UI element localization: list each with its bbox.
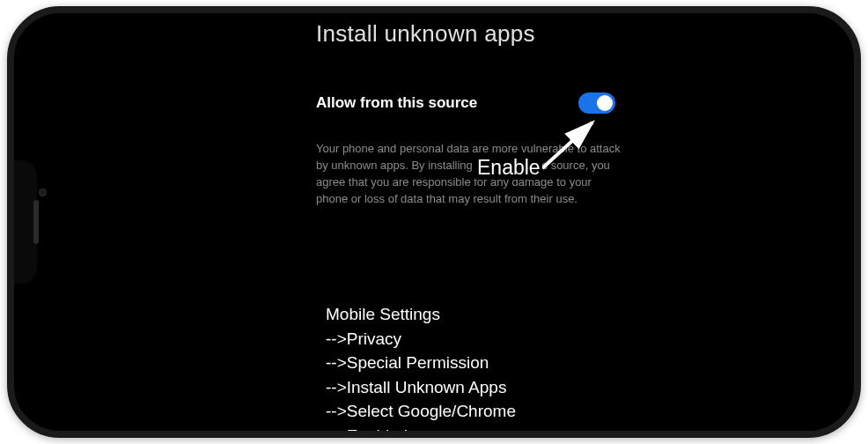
instruction-step: -->Select Google/Chrome — [326, 399, 516, 424]
page-title: Install unknown apps — [49, 13, 819, 48]
phone-frame: Install unknown apps Allow from this sou… — [7, 6, 861, 438]
phone-camera — [39, 189, 47, 196]
phone-screen: Install unknown apps Allow from this sou… — [49, 13, 819, 431]
enable-annotation-label: Enable — [475, 156, 542, 180]
instructions-block: Mobile Settings -->Privacy -->Special Pe… — [326, 302, 516, 438]
setting-description: Your phone and personal data are more vu… — [316, 141, 624, 207]
instruction-step: -->Special Permission — [326, 351, 516, 375]
allow-source-setting[interactable]: Allow from this source — [316, 92, 615, 114]
instruction-step: -->Privacy — [326, 327, 516, 352]
allow-source-toggle[interactable] — [578, 92, 615, 114]
instruction-step: -->Enable It — [326, 424, 516, 438]
phone-earpiece — [33, 200, 39, 244]
instruction-step: -->Install Unknown Apps — [326, 375, 516, 400]
setting-label: Allow from this source — [316, 94, 477, 112]
toggle-knob — [597, 95, 613, 111]
instructions-heading: Mobile Settings — [326, 302, 516, 327]
